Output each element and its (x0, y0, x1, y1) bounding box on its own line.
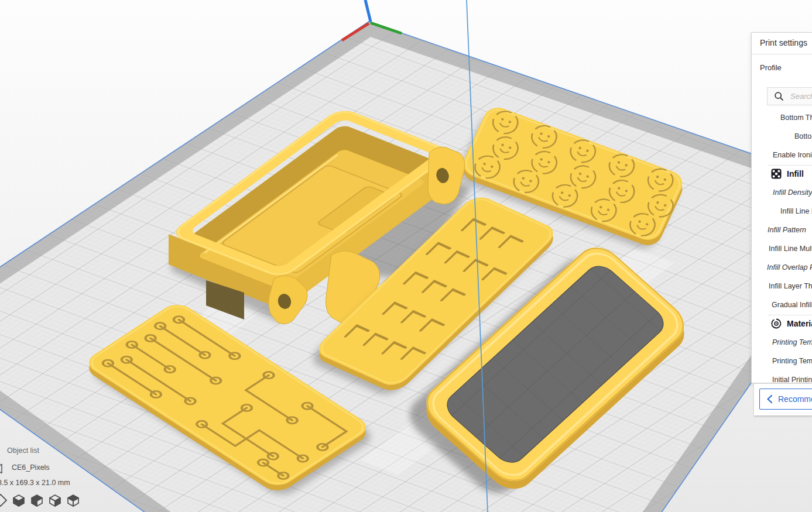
setting-row-infill-overlap[interactable]: Infill Overlap Percentage (767, 262, 812, 273)
left-view-icon[interactable] (30, 494, 43, 507)
section-label: Material (787, 319, 812, 328)
search-input[interactable] (789, 91, 812, 101)
object-item-icon (0, 463, 4, 474)
3d-view-icon[interactable] (0, 494, 7, 507)
setting-row-printing-temperature[interactable]: Printing Temperature (772, 336, 812, 348)
material-spool-icon (771, 318, 782, 329)
settings-divider (768, 315, 812, 315)
3d-viewport[interactable] (0, 0, 812, 512)
recommended-button[interactable]: Recommended (759, 389, 812, 410)
setting-row-bottom-layers[interactable]: Bottom Layers (794, 130, 812, 142)
setting-row-gradual-infill[interactable]: Gradual Infill Steps (772, 299, 812, 311)
front-view-icon[interactable] (12, 494, 25, 507)
camera-view-buttons (0, 494, 80, 507)
setting-row-printing-temperature-initial[interactable]: Printing Temperature Initial Layer (772, 355, 812, 367)
object-list-item[interactable]: CE6_Pixels (12, 463, 50, 472)
recommended-label: Recommended (778, 394, 812, 404)
settings-search[interactable] (767, 87, 812, 105)
setting-row-infill-pattern[interactable]: Infill Pattern (768, 224, 806, 236)
object-list-header[interactable]: Object list (7, 446, 39, 455)
setting-row-infill-line-distance[interactable]: Infill Line Distance (780, 205, 812, 217)
recommended-container: Recommended (754, 384, 812, 415)
right-view-icon[interactable] (49, 494, 61, 507)
section-infill[interactable]: Infill (771, 167, 804, 181)
top-view-icon[interactable] (67, 494, 80, 507)
section-label: Infill (787, 169, 804, 178)
setting-row-enable-ironing[interactable]: Enable Ironing (773, 149, 812, 161)
object-dimensions: 8.5 x 169.3 x 21.0 mm (0, 479, 70, 487)
panel-title: Print settings (760, 38, 807, 47)
print-settings-panel: Print settings Profile Bottom Thickness … (751, 32, 812, 383)
search-icon (774, 91, 784, 101)
setting-row-infill-density[interactable]: Infill Density (773, 187, 812, 198)
settings-divider (768, 165, 812, 166)
setting-row-initial-printing-temperature[interactable]: Initial Printing Temperature (772, 374, 812, 383)
cura-window: { "viewport": { "background_top": "#fdfd… (0, 0, 812, 512)
panel-divider (752, 54, 812, 54)
profile-label: Profile (760, 63, 782, 72)
setting-row-infill-line-multiplier[interactable]: Infill Line Multiplier (769, 243, 812, 255)
infill-icon (771, 169, 782, 179)
setting-row-bottom-thickness[interactable]: Bottom Thickness (780, 112, 812, 123)
chevron-left-icon (766, 394, 773, 404)
setting-row-infill-layer-thickness[interactable]: Infill Layer Thickness (769, 280, 812, 292)
section-material[interactable]: Material (771, 317, 812, 331)
